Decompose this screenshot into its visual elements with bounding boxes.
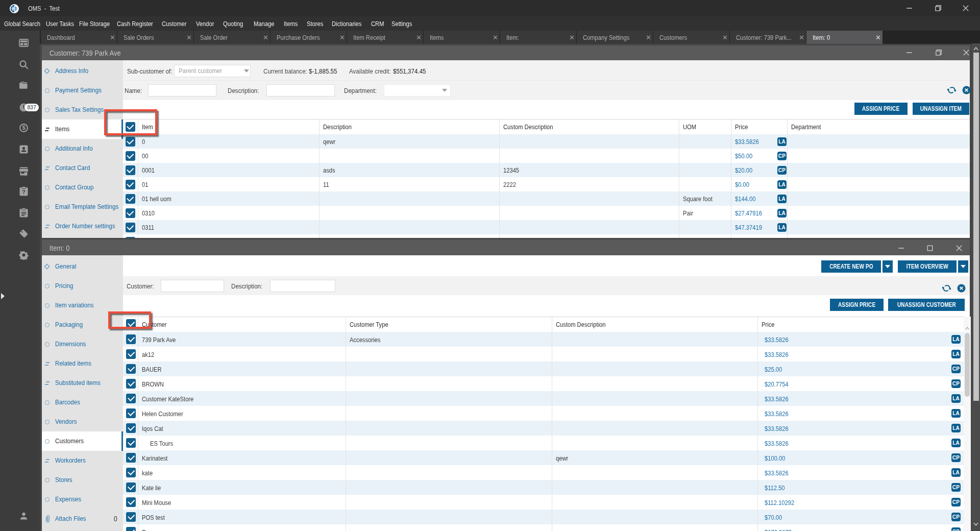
svg-text:?: ? [22,189,25,195]
svg-text:$: $ [22,125,25,131]
